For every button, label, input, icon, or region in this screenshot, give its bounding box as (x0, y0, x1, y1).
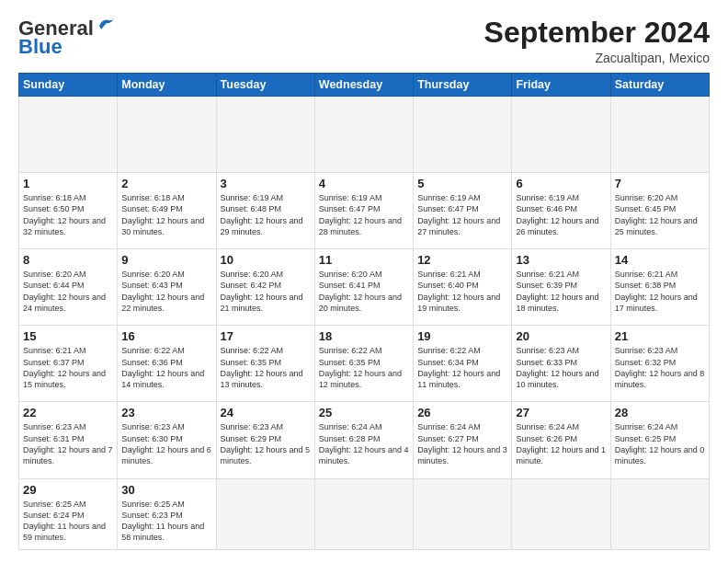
cell-info: Sunrise: 6:20 AMSunset: 6:45 PMDaylight:… (615, 192, 705, 237)
day-number: 20 (516, 329, 606, 343)
day-number: 2 (121, 177, 211, 190)
calendar-week-row: 29Sunrise: 6:25 AMSunset: 6:24 PMDayligh… (19, 478, 710, 550)
calendar-cell: 19Sunrise: 6:22 AMSunset: 6:34 PMDayligh… (414, 326, 512, 402)
calendar-cell: 27Sunrise: 6:24 AMSunset: 6:26 PMDayligh… (512, 402, 610, 478)
day-number: 15 (23, 329, 113, 343)
cell-info: Sunrise: 6:19 AMSunset: 6:46 PMDaylight:… (516, 192, 606, 237)
day-number: 16 (121, 329, 211, 343)
calendar-cell: 6Sunrise: 6:19 AMSunset: 6:46 PMDaylight… (512, 173, 610, 249)
calendar-cell: 16Sunrise: 6:22 AMSunset: 6:36 PMDayligh… (118, 326, 216, 402)
calendar-cell: 21Sunrise: 6:23 AMSunset: 6:32 PMDayligh… (610, 326, 709, 402)
day-number: 28 (615, 406, 705, 419)
dow-header: Monday (118, 74, 216, 97)
day-number: 24 (221, 406, 311, 419)
dow-header: Tuesday (216, 74, 314, 97)
day-number: 21 (615, 329, 705, 343)
days-of-week-row: SundayMondayTuesdayWednesdayThursdayFrid… (19, 74, 710, 97)
calendar-cell: 2Sunrise: 6:18 AMSunset: 6:49 PMDaylight… (118, 173, 216, 249)
calendar-cell (19, 97, 118, 173)
day-number: 23 (121, 406, 211, 419)
calendar-cell (512, 478, 610, 550)
cell-info: Sunrise: 6:20 AMSunset: 6:41 PMDaylight:… (319, 269, 409, 314)
cell-info: Sunrise: 6:23 AMSunset: 6:30 PMDaylight:… (121, 421, 211, 466)
calendar-cell: 10Sunrise: 6:20 AMSunset: 6:42 PMDayligh… (216, 249, 314, 326)
calendar-week-row: 15Sunrise: 6:21 AMSunset: 6:37 PMDayligh… (19, 326, 710, 402)
calendar-cell: 17Sunrise: 6:22 AMSunset: 6:35 PMDayligh… (216, 326, 314, 402)
cell-info: Sunrise: 6:19 AMSunset: 6:47 PMDaylight:… (417, 192, 507, 237)
calendar-cell: 24Sunrise: 6:23 AMSunset: 6:29 PMDayligh… (216, 402, 314, 478)
calendar-cell (314, 478, 413, 550)
day-number: 17 (221, 329, 311, 343)
cell-info: Sunrise: 6:23 AMSunset: 6:32 PMDaylight:… (615, 345, 705, 390)
calendar-cell (610, 97, 709, 173)
day-number: 1 (23, 177, 113, 190)
dow-header: Friday (512, 74, 610, 97)
calendar-cell: 7Sunrise: 6:20 AMSunset: 6:45 PMDaylight… (610, 173, 709, 249)
calendar-cell: 12Sunrise: 6:21 AMSunset: 6:40 PMDayligh… (414, 249, 512, 326)
calendar-week-row: 8Sunrise: 6:20 AMSunset: 6:44 PMDaylight… (19, 249, 710, 326)
cell-info: Sunrise: 6:24 AMSunset: 6:26 PMDaylight:… (516, 421, 606, 466)
cell-info: Sunrise: 6:22 AMSunset: 6:34 PMDaylight:… (417, 345, 507, 390)
calendar-cell: 26Sunrise: 6:24 AMSunset: 6:27 PMDayligh… (414, 402, 512, 478)
day-number: 7 (615, 177, 705, 190)
header: General Blue September 2024 Zacualtipan,… (18, 17, 710, 65)
calendar-cell: 4Sunrise: 6:19 AMSunset: 6:47 PMDaylight… (314, 173, 413, 249)
cell-info: Sunrise: 6:22 AMSunset: 6:35 PMDaylight:… (319, 345, 409, 390)
cell-info: Sunrise: 6:20 AMSunset: 6:43 PMDaylight:… (121, 269, 211, 314)
day-number: 27 (516, 406, 606, 419)
calendar-cell (216, 97, 314, 173)
calendar-cell: 30Sunrise: 6:25 AMSunset: 6:23 PMDayligh… (118, 478, 216, 550)
day-number: 26 (417, 406, 507, 419)
calendar-cell: 5Sunrise: 6:19 AMSunset: 6:47 PMDaylight… (414, 173, 512, 249)
cell-info: Sunrise: 6:22 AMSunset: 6:36 PMDaylight:… (121, 345, 211, 390)
logo-bird-icon (96, 17, 116, 33)
dow-header: Thursday (414, 74, 512, 97)
cell-info: Sunrise: 6:22 AMSunset: 6:35 PMDaylight:… (221, 345, 311, 390)
calendar-cell: 23Sunrise: 6:23 AMSunset: 6:30 PMDayligh… (118, 402, 216, 478)
month-title: September 2024 (484, 17, 710, 49)
calendar-cell: 15Sunrise: 6:21 AMSunset: 6:37 PMDayligh… (19, 326, 118, 402)
dow-header: Wednesday (314, 74, 413, 97)
logo: General Blue (18, 17, 116, 59)
day-number: 8 (23, 253, 113, 267)
calendar-table: SundayMondayTuesdayWednesdayThursdayFrid… (18, 73, 710, 550)
calendar-week-row: 22Sunrise: 6:23 AMSunset: 6:31 PMDayligh… (19, 402, 710, 478)
day-number: 3 (221, 177, 311, 190)
day-number: 14 (615, 253, 705, 267)
day-number: 12 (417, 253, 507, 267)
calendar-cell: 11Sunrise: 6:20 AMSunset: 6:41 PMDayligh… (314, 249, 413, 326)
cell-info: Sunrise: 6:24 AMSunset: 6:27 PMDaylight:… (417, 421, 507, 466)
day-number: 9 (121, 253, 211, 267)
day-number: 19 (417, 329, 507, 343)
calendar-cell (414, 478, 512, 550)
day-number: 5 (417, 177, 507, 190)
calendar-cell: 14Sunrise: 6:21 AMSunset: 6:38 PMDayligh… (610, 249, 709, 326)
calendar-cell: 9Sunrise: 6:20 AMSunset: 6:43 PMDaylight… (118, 249, 216, 326)
day-number: 4 (319, 177, 409, 190)
calendar-cell: 22Sunrise: 6:23 AMSunset: 6:31 PMDayligh… (19, 402, 118, 478)
calendar-cell (414, 97, 512, 173)
calendar-week-row (19, 97, 710, 173)
day-number: 30 (121, 483, 211, 497)
logo-blue: Blue (18, 35, 63, 59)
day-number: 11 (319, 253, 409, 267)
day-number: 6 (516, 177, 606, 190)
location: Zacualtipan, Mexico (484, 51, 710, 65)
calendar-cell: 25Sunrise: 6:24 AMSunset: 6:28 PMDayligh… (314, 402, 413, 478)
cell-info: Sunrise: 6:21 AMSunset: 6:40 PMDaylight:… (417, 269, 507, 314)
page: General Blue September 2024 Zacualtipan,… (0, 0, 728, 563)
cell-info: Sunrise: 6:21 AMSunset: 6:39 PMDaylight:… (516, 269, 606, 314)
calendar-cell: 20Sunrise: 6:23 AMSunset: 6:33 PMDayligh… (512, 326, 610, 402)
cell-info: Sunrise: 6:23 AMSunset: 6:31 PMDaylight:… (23, 421, 113, 466)
cell-info: Sunrise: 6:25 AMSunset: 6:24 PMDaylight:… (23, 499, 113, 544)
cell-info: Sunrise: 6:21 AMSunset: 6:38 PMDaylight:… (615, 269, 705, 314)
day-number: 18 (319, 329, 409, 343)
calendar-cell: 28Sunrise: 6:24 AMSunset: 6:25 PMDayligh… (610, 402, 709, 478)
cell-info: Sunrise: 6:25 AMSunset: 6:23 PMDaylight:… (121, 499, 211, 544)
dow-header: Sunday (19, 74, 118, 97)
title-block: September 2024 Zacualtipan, Mexico (484, 17, 710, 65)
cell-info: Sunrise: 6:18 AMSunset: 6:50 PMDaylight:… (23, 192, 113, 237)
day-number: 25 (319, 406, 409, 419)
cell-info: Sunrise: 6:24 AMSunset: 6:25 PMDaylight:… (615, 421, 705, 466)
calendar-cell: 13Sunrise: 6:21 AMSunset: 6:39 PMDayligh… (512, 249, 610, 326)
